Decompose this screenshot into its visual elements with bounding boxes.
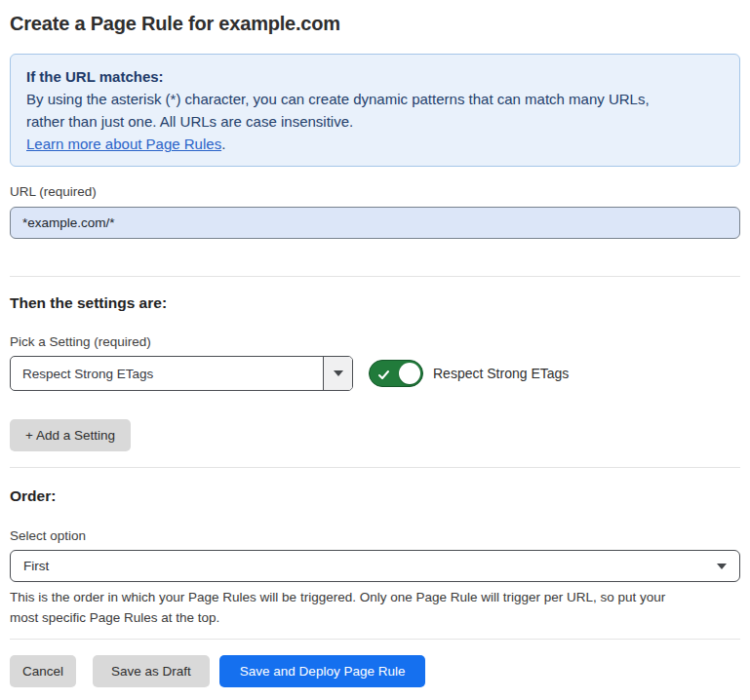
url-input[interactable] — [10, 207, 740, 239]
order-select-label: Select option — [10, 527, 740, 544]
order-help-line-2: most specific Page Rules at the top. — [10, 607, 740, 628]
learn-more-page-rules-link[interactable]: Learn more about Page Rules — [26, 136, 221, 152]
order-help-text: This is the order in which your Page Rul… — [10, 587, 740, 628]
toggle-knob — [399, 363, 420, 384]
save-draft-button[interactable]: Save as Draft — [93, 655, 210, 687]
info-box-body-line-1: By using the asterisk (*) character, you… — [26, 88, 724, 110]
order-select-value: First — [23, 559, 49, 573]
url-match-info-box: If the URL matches: By using the asteris… — [10, 54, 740, 167]
order-select[interactable]: First — [10, 550, 740, 582]
info-box-link-line: Learn more about Page Rules. — [26, 133, 724, 155]
divider — [10, 467, 740, 468]
info-box-body-line-2: rather than just one. All URLs are case … — [26, 110, 724, 133]
add-setting-button[interactable]: + Add a Setting — [10, 419, 131, 451]
check-icon — [377, 368, 390, 385]
setting-select-arrow-button[interactable] — [323, 357, 352, 390]
cancel-button[interactable]: Cancel — [10, 655, 76, 687]
divider — [10, 639, 740, 640]
etags-toggle[interactable] — [369, 360, 423, 387]
chevron-down-icon — [334, 370, 343, 376]
save-deploy-button[interactable]: Save and Deploy Page Rule — [219, 655, 426, 687]
url-label: URL (required) — [10, 183, 740, 200]
toggle-label: Respect Strong ETags — [433, 366, 569, 381]
setting-select[interactable]: Respect Strong ETags — [10, 356, 353, 391]
footer-actions: Cancel Save as Draft Save and Deploy Pag… — [10, 655, 740, 687]
divider — [10, 276, 740, 277]
page-title: Create a Page Rule for example.com — [10, 12, 740, 35]
order-section-heading: Order: — [10, 487, 740, 505]
chevron-down-icon — [717, 564, 727, 569]
pick-setting-label: Pick a Setting (required) — [10, 333, 740, 350]
page-rule-form: Create a Page Rule for example.com If th… — [0, 12, 750, 687]
settings-section-heading: Then the settings are: — [10, 294, 740, 312]
setting-row: Respect Strong ETags Respect Strong ETag… — [10, 356, 740, 391]
order-help-line-1: This is the order in which your Page Rul… — [10, 587, 740, 607]
setting-select-value: Respect Strong ETags — [11, 357, 323, 390]
link-period: . — [221, 136, 225, 152]
info-box-heading: If the URL matches: — [26, 65, 724, 88]
